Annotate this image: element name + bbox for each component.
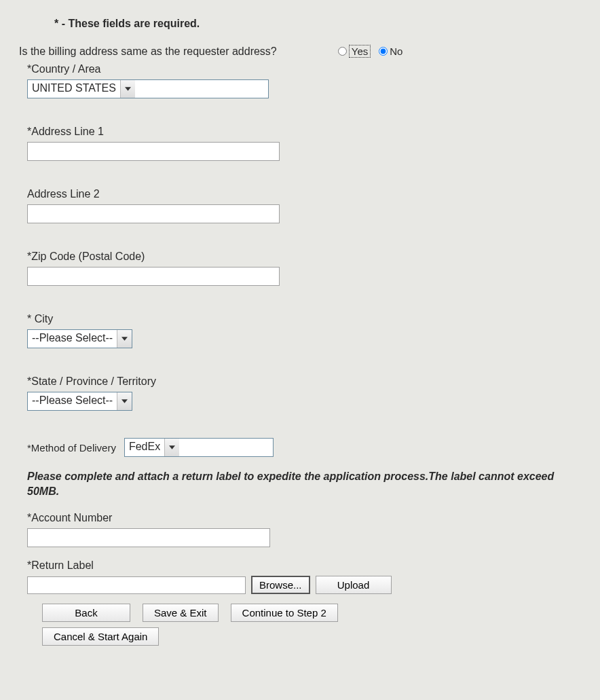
address1-field-block: *Address Line 1: [27, 126, 581, 161]
button-row-2: Cancel & Start Again: [42, 627, 581, 646]
return-label-file-row: Browse... Upload: [27, 576, 581, 594]
upload-button[interactable]: Upload: [316, 576, 392, 594]
zip-field-block: *Zip Code (Postal Code): [27, 251, 581, 286]
country-select-value: UNITED STATES: [28, 80, 120, 98]
account-field-block: *Account Number: [27, 512, 581, 547]
address1-label: *Address Line 1: [27, 126, 581, 138]
address2-input[interactable]: [27, 204, 280, 223]
country-select[interactable]: UNITED STATES: [27, 79, 269, 98]
address2-label: Address Line 2: [27, 188, 581, 200]
zip-input[interactable]: [27, 267, 280, 286]
chevron-down-icon: [117, 392, 132, 410]
state-select[interactable]: --Please Select--: [27, 392, 132, 411]
billing-same-radio-group: Yes No: [338, 45, 403, 58]
delivery-row: *Method of Delivery FedEx: [27, 438, 581, 457]
country-label: *Country / Area: [27, 63, 581, 75]
state-select-value: --Please Select--: [28, 392, 117, 410]
return-label-field-block: *Return Label Browse... Upload: [27, 559, 581, 594]
radio-no[interactable]: [379, 47, 388, 56]
radio-no-wrap[interactable]: No: [379, 45, 402, 57]
city-select-value: --Please Select--: [28, 330, 117, 348]
form-page: * - These fields are required. Is the bi…: [0, 0, 600, 671]
return-label-file-input[interactable]: [27, 576, 246, 594]
radio-yes[interactable]: [338, 47, 347, 56]
billing-same-question-row: Is the billing address same as the reque…: [19, 45, 581, 58]
return-label-label: *Return Label: [27, 559, 581, 572]
account-input[interactable]: [27, 528, 270, 547]
city-select[interactable]: --Please Select--: [27, 329, 132, 348]
zip-label: *Zip Code (Postal Code): [27, 251, 581, 263]
radio-yes-wrap[interactable]: Yes: [338, 45, 371, 58]
city-field-block: * City --Please Select--: [27, 313, 581, 348]
delivery-label: *Method of Delivery: [27, 442, 116, 454]
form-button-bar: Back Save & Exit Continue to Step 2 Canc…: [42, 604, 581, 646]
address1-input[interactable]: [27, 142, 280, 161]
cancel-start-again-button[interactable]: Cancel & Start Again: [42, 627, 159, 646]
delivery-select-value: FedEx: [125, 439, 164, 456]
save-exit-button[interactable]: Save & Exit: [143, 604, 219, 622]
billing-same-question-text: Is the billing address same as the reque…: [19, 45, 277, 58]
chevron-down-icon: [120, 80, 135, 98]
country-field-block: *Country / Area UNITED STATES: [27, 63, 581, 98]
browse-button[interactable]: Browse...: [251, 576, 310, 594]
state-label: *State / Province / Territory: [27, 375, 581, 388]
required-fields-note: * - These fields are required.: [54, 18, 581, 30]
city-label: * City: [27, 313, 581, 325]
radio-yes-label: Yes: [349, 45, 371, 58]
account-label: *Account Number: [27, 512, 581, 524]
chevron-down-icon: [164, 439, 179, 456]
button-row-1: Back Save & Exit Continue to Step 2: [42, 604, 581, 622]
state-field-block: *State / Province / Territory --Please S…: [27, 375, 581, 411]
chevron-down-icon: [117, 330, 132, 348]
back-button[interactable]: Back: [42, 604, 130, 622]
delivery-select[interactable]: FedEx: [124, 438, 274, 457]
return-label-instruction: Please complete and attach a return labe…: [27, 469, 581, 498]
address2-field-block: Address Line 2: [27, 188, 581, 223]
continue-button[interactable]: Continue to Step 2: [231, 604, 338, 622]
radio-no-label: No: [390, 45, 402, 57]
